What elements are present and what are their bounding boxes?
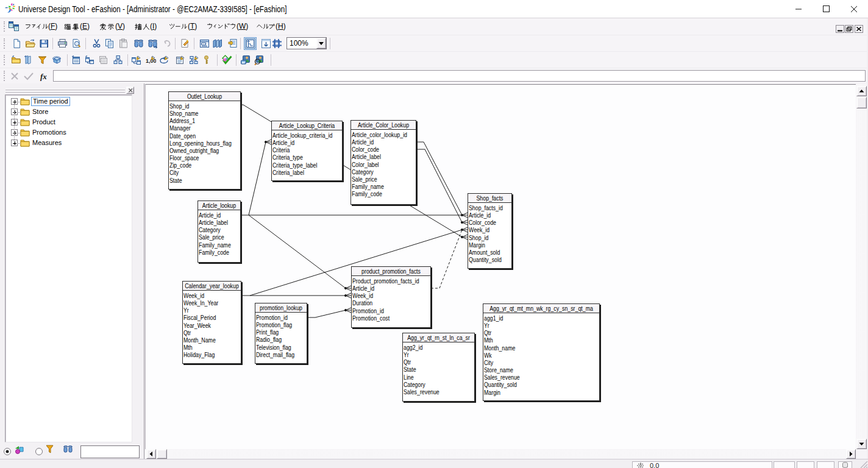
- svg-text:1,00: 1,00: [146, 58, 156, 64]
- svg-text:fx: fx: [40, 72, 47, 81]
